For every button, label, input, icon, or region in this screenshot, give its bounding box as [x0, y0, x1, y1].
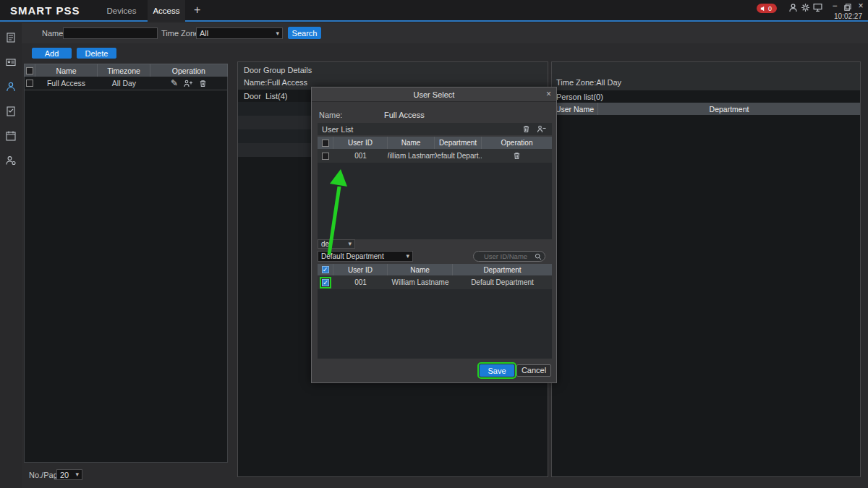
tab-devices[interactable]: Devices — [101, 0, 142, 22]
chevron-down-icon: ▾ — [276, 30, 279, 37]
search-magnifier-icon — [535, 253, 542, 260]
cancel-button[interactable]: Cancel — [516, 364, 551, 377]
user-list-bar: User List — [318, 123, 552, 135]
user-search-input[interactable] — [477, 252, 535, 261]
name-filter-label: Name: — [42, 29, 65, 38]
row-operations: ✎ — [150, 77, 227, 90]
row-operations — [482, 149, 552, 163]
delete-trash-icon[interactable] — [513, 152, 521, 160]
chevron-down-icon: ▾ — [406, 253, 409, 260]
row-checkbox[interactable] — [322, 153, 329, 160]
col-name: Name — [388, 137, 435, 149]
chevron-down-icon: ▾ — [348, 241, 352, 247]
col-name: Name — [388, 264, 453, 275]
select-all-cell[interactable]: ✓ — [318, 264, 333, 275]
col-operation: Operation — [150, 64, 227, 77]
check-icon: ✓ — [323, 266, 328, 273]
user-list-label: User List — [322, 125, 353, 134]
department-dropdown[interactable]: Default Department ▾ — [318, 251, 413, 262]
restore-button[interactable] — [842, 2, 854, 12]
dialog-name-label: Name: — [319, 111, 342, 119]
minimize-button[interactable]: − — [829, 1, 841, 12]
select-all-checkbox[interactable] — [26, 67, 33, 74]
row-user-id: 001 — [333, 275, 388, 289]
person-list-header: Person list(0) — [552, 90, 860, 103]
sidebar-log-icon[interactable] — [5, 32, 17, 43]
sidebar-device-icon[interactable] — [5, 56, 17, 68]
available-select-all-checkbox[interactable]: ✓ — [322, 266, 329, 273]
selected-select-all-checkbox[interactable] — [322, 140, 329, 147]
person-table-body — [552, 115, 860, 476]
sidebar-calendar-icon[interactable] — [5, 130, 17, 142]
page-size-value: 20 — [60, 471, 69, 479]
query-toolbar: Name: Time Zone: All ▾ Search — [22, 23, 868, 43]
col-department: Department — [453, 264, 552, 275]
row-user-id: 001 — [333, 149, 388, 163]
selected-table-body — [318, 163, 552, 239]
table-row[interactable]: 001 William Lastname Default Depart... — [318, 149, 552, 163]
table-row[interactable]: ✓ 001 William Lastname Default Departmen… — [318, 275, 552, 289]
table-row[interactable]: Full Access All Day ✎ — [24, 77, 228, 90]
remove-user-icon[interactable] — [537, 125, 546, 133]
mode-dropdown[interactable]: de ▾ — [318, 239, 355, 249]
door-group-table: Name Timezone Operation Full Access All … — [24, 64, 228, 463]
available-table-header: ✓ User ID Name Department — [318, 264, 552, 275]
col-user-id: User ID — [333, 264, 388, 275]
select-all-cell[interactable] — [25, 64, 35, 77]
row-name: Full Access — [35, 77, 98, 90]
available-table-body — [318, 289, 552, 359]
row-checkbox[interactable] — [26, 80, 33, 87]
chevron-down-icon: ▾ — [75, 471, 79, 478]
row-name: William Lastname — [388, 275, 453, 289]
settings-gear-icon[interactable] — [801, 3, 810, 12]
sidebar-user-config-icon[interactable] — [5, 155, 17, 166]
name-filter-input[interactable] — [63, 27, 158, 39]
selected-table-header: User ID Name Department Operation — [318, 137, 552, 149]
titlebar: SMART PSS Devices Access + 0 − × 10:02:2… — [0, 0, 868, 22]
alarm-badge[interactable]: 0 — [757, 4, 777, 13]
close-button[interactable]: × — [855, 1, 867, 12]
delete-button[interactable]: Delete — [77, 48, 116, 59]
col-user-name: User Name — [552, 103, 598, 115]
module-sidebar — [0, 23, 22, 488]
save-button[interactable]: Save — [480, 364, 514, 377]
row-select-cell[interactable] — [318, 149, 333, 163]
door-group-table-header: Name Timezone Operation — [24, 64, 228, 77]
edit-pencil-icon[interactable]: ✎ — [171, 78, 178, 88]
sidebar-user-icon[interactable] — [5, 81, 17, 93]
alarm-count: 0 — [768, 5, 772, 12]
timezone-filter-value: All — [200, 29, 208, 38]
search-button[interactable]: Search — [288, 27, 321, 39]
dialog-title: User Select — [312, 87, 556, 102]
page-size-dropdown[interactable]: 20 ▾ — [56, 469, 82, 480]
row-checkbox[interactable]: ✓ — [322, 279, 329, 286]
door-group-details-title: Door Group Details — [244, 66, 312, 74]
col-timezone: Timezone — [98, 64, 150, 77]
user-account-icon[interactable] — [788, 3, 798, 12]
col-operation: Operation — [482, 137, 552, 149]
monitor-icon[interactable] — [813, 3, 822, 12]
selected-users-table: User ID Name Department Operation 001 Wi… — [318, 137, 552, 239]
door-group-table-body — [24, 90, 228, 463]
add-tab-icon[interactable]: + — [194, 4, 200, 17]
row-select-cell[interactable]: ✓ — [318, 275, 333, 289]
department-value: Default Department — [321, 252, 384, 260]
check-icon: ✓ — [323, 279, 328, 286]
select-all-cell[interactable] — [318, 137, 333, 149]
add-person-icon[interactable] — [184, 80, 193, 87]
speaker-icon — [760, 6, 766, 12]
timezone-filter-label: Time Zone: — [161, 29, 201, 38]
user-search-box[interactable] — [473, 251, 545, 262]
col-department: Department — [598, 103, 860, 115]
delete-all-trash-icon[interactable] — [522, 125, 530, 133]
row-select-cell[interactable] — [25, 77, 35, 90]
app-logo: SMART PSS — [10, 4, 80, 17]
dialog-titlebar: User Select × — [312, 87, 556, 102]
timezone-filter-dropdown[interactable]: All ▾ — [196, 27, 283, 39]
add-button[interactable]: Add — [32, 48, 72, 59]
delete-trash-icon[interactable] — [199, 80, 207, 87]
mode-value: de — [321, 240, 329, 248]
dialog-close-icon[interactable]: × — [546, 90, 551, 99]
sidebar-doc-check-icon[interactable] — [5, 106, 17, 117]
tab-access[interactable]: Access — [148, 0, 185, 22]
